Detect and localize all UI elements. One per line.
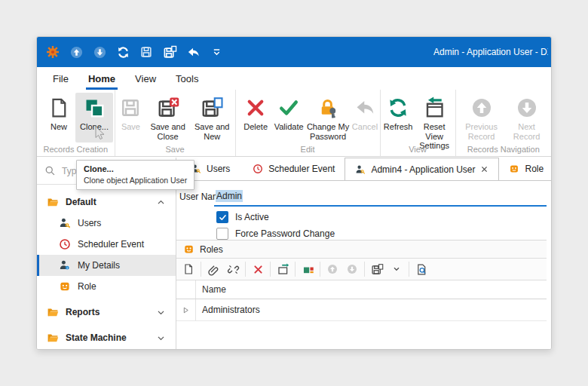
next-view-button[interactable] xyxy=(91,44,108,60)
save-icon xyxy=(139,45,153,59)
save-and-close-icon xyxy=(157,96,179,119)
username-input[interactable]: Admin xyxy=(214,187,547,207)
change-password-button[interactable]: Change My Password xyxy=(306,93,351,142)
folder-icon xyxy=(47,332,59,344)
undo-button[interactable] xyxy=(185,44,201,60)
tab-role[interactable]: Role xyxy=(499,158,551,180)
move-up-button[interactable] xyxy=(323,260,342,278)
link-button[interactable] xyxy=(204,260,223,278)
tree-item-scheduler-event[interactable]: Scheduler Event xyxy=(37,234,176,255)
tree-group-reports[interactable]: Reports xyxy=(37,302,176,323)
delete-row-icon xyxy=(253,264,264,275)
role-icon xyxy=(59,280,71,293)
prev-view-button[interactable] xyxy=(68,44,84,60)
is-active-checkbox[interactable] xyxy=(216,211,228,223)
change-password-icon xyxy=(317,96,339,119)
tree-item-my-details[interactable]: My Details xyxy=(37,255,176,276)
next-record-button[interactable]: Next Record xyxy=(504,93,550,142)
save-icon xyxy=(119,96,142,119)
move-up-icon xyxy=(326,263,338,275)
new-row-button[interactable] xyxy=(179,260,198,278)
undo-icon xyxy=(186,45,201,60)
clone-icon xyxy=(83,96,106,119)
username-row: User Name:* Admin xyxy=(176,187,547,207)
toolbar-separator xyxy=(201,262,201,277)
clone-button[interactable]: Clone... xyxy=(75,93,113,142)
tooltip-description: Clone object Application User xyxy=(84,176,187,185)
roles-panel: Roles xyxy=(176,240,547,349)
role-tab-icon xyxy=(509,164,519,174)
app-window: Admin - Application User - DX File Home … xyxy=(36,36,552,350)
force-password-change-checkbox-row[interactable]: Force Password Change xyxy=(216,227,335,240)
save-button-ribbon[interactable]: Save xyxy=(115,93,147,142)
navigation-tree: Default Users xyxy=(37,185,176,348)
refresh-button-ribbon[interactable]: Refresh xyxy=(383,93,414,142)
reset-view-settings-button[interactable]: Reset View Settings xyxy=(414,93,455,142)
app-icon[interactable] xyxy=(44,44,61,60)
save-new-icon xyxy=(163,45,177,60)
move-down-button[interactable] xyxy=(342,260,362,278)
grid-row-administrators[interactable]: Administrators xyxy=(176,299,547,321)
cancel-button[interactable]: Cancel xyxy=(350,93,379,142)
ribbon-group-save: Save Save and Close Save and New Save xyxy=(115,90,236,156)
save-and-new-button[interactable]: Save and New xyxy=(189,93,235,142)
delete-icon xyxy=(244,96,267,119)
menu-view[interactable]: View xyxy=(125,67,166,90)
toolbar-separator xyxy=(364,262,365,277)
move-down-icon xyxy=(346,263,358,275)
validate-button[interactable]: Validate xyxy=(272,93,306,142)
menu-tools[interactable]: Tools xyxy=(166,67,208,90)
chevron-down-icon[interactable] xyxy=(156,308,166,317)
document-tabstrip: Users Scheduler Event Admin4 - Applicati… xyxy=(176,158,551,181)
mouse-cursor xyxy=(95,127,107,142)
save-new-button[interactable] xyxy=(161,44,178,60)
delete-row-button[interactable] xyxy=(248,260,268,278)
export-dropdown-button[interactable] xyxy=(387,260,406,278)
export-icon xyxy=(371,263,384,276)
group-caption: Edit xyxy=(236,145,380,154)
new-row-icon xyxy=(182,263,194,275)
qat-customize-button[interactable] xyxy=(208,44,225,60)
toolbar-separator xyxy=(409,262,409,277)
username-value: Admin xyxy=(216,190,243,202)
chevron-up-icon[interactable] xyxy=(156,198,166,207)
is-active-checkbox-row[interactable]: Is Active xyxy=(216,210,269,224)
chevron-down-icon[interactable] xyxy=(156,333,166,343)
refresh-button[interactable] xyxy=(115,44,131,60)
export-button[interactable] xyxy=(367,260,387,278)
tree-group-default[interactable]: Default xyxy=(37,191,176,213)
refresh-icon xyxy=(387,96,409,119)
save-button[interactable] xyxy=(138,44,155,60)
role-icon xyxy=(183,244,194,255)
save-and-close-button[interactable]: Save and Close xyxy=(146,93,189,142)
preview-icon xyxy=(415,263,428,276)
column-header-name[interactable]: Name xyxy=(196,280,226,299)
unlink-button[interactable] xyxy=(223,260,243,278)
menu-file[interactable]: File xyxy=(43,67,78,90)
gear-icon xyxy=(45,44,60,60)
tree-item-role[interactable]: Role xyxy=(37,276,176,297)
is-active-label: Is Active xyxy=(235,212,269,222)
menu-home[interactable]: Home xyxy=(78,67,125,90)
new-button[interactable]: New xyxy=(42,93,75,142)
row-expander[interactable] xyxy=(176,299,196,320)
tree-item-users[interactable]: Users xyxy=(37,213,176,234)
group-caption: Save xyxy=(115,145,235,154)
open-window-button[interactable] xyxy=(273,260,292,278)
group-caption: Records Creation xyxy=(37,145,115,154)
arrow-up-circle-icon xyxy=(69,45,84,60)
previous-record-button[interactable]: Previous Record xyxy=(459,93,504,142)
ribbon-group-view: Refresh Reset View Settings View xyxy=(381,90,456,156)
ribbon: New Clone... Records Creation Save xyxy=(37,90,551,157)
force-password-change-checkbox[interactable] xyxy=(216,228,228,240)
preview-button[interactable] xyxy=(412,260,431,278)
tab-scheduler-event[interactable]: Scheduler Event xyxy=(243,158,345,180)
tree-group-state-machine[interactable]: State Machine xyxy=(37,327,176,348)
user-tab-icon xyxy=(355,164,366,175)
close-icon[interactable] xyxy=(480,165,488,173)
layout-tiles-button[interactable] xyxy=(298,260,317,278)
delete-button[interactable]: Delete xyxy=(240,93,272,142)
check-icon xyxy=(219,213,227,222)
tab-admin4-application-user[interactable]: Admin4 - Application User xyxy=(345,158,499,181)
chevron-down-icon xyxy=(212,47,222,57)
